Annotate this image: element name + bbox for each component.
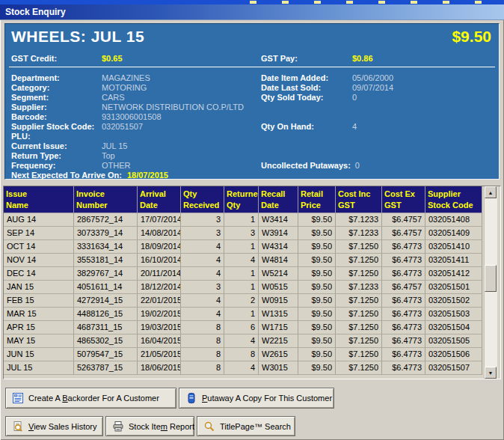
table-cell: 16/10/2014 xyxy=(138,254,181,267)
issues-grid-header: IssueNameInvoiceNumberArrivalDateQtyRece… xyxy=(4,186,482,213)
table-cell: NOV 14 xyxy=(4,254,74,267)
table-cell: $9.50 xyxy=(298,321,336,334)
table-cell: $6.4773 xyxy=(382,321,425,334)
info-value xyxy=(378,171,496,180)
table-row[interactable]: OCT 143331634_1418/09/201441W4314$9.50$7… xyxy=(4,240,482,254)
info-value: OTHER xyxy=(102,161,261,171)
putaway-copy-button[interactable]: Putaway A Copy For This Customer xyxy=(179,388,334,409)
info-label xyxy=(261,132,352,141)
info-label: Next Expected To Arrive On: xyxy=(11,171,127,180)
info-row: Segment:CARSQty Sold Today:0 xyxy=(11,93,496,103)
table-cell: 19/03/2015 xyxy=(138,321,181,334)
info-row: Return Type:Top xyxy=(11,151,496,161)
table-row[interactable]: DEC 143829767_1420/11/201441W5214$9.50$7… xyxy=(4,267,482,281)
vertical-scrollbar[interactable]: ▲ ▼ xyxy=(484,186,497,379)
table-row[interactable]: MAR 154488126_1519/02/201541W1315$9.50$7… xyxy=(4,308,482,321)
info-label: Category: xyxy=(11,83,102,93)
table-cell: 1 xyxy=(224,267,259,281)
info-value: CARS xyxy=(102,93,261,103)
table-row[interactable]: APR 154687311_1519/03/201586W1715$9.50$7… xyxy=(4,321,482,334)
info-value: JUL 15 xyxy=(102,141,261,151)
info-value: 9313006001508 xyxy=(102,112,261,122)
table-row[interactable]: MAY 154865302_1516/04/201584W2215$9.50$7… xyxy=(4,334,482,348)
info-label: Segment: xyxy=(11,93,102,103)
column-header: SupplierStock Code xyxy=(425,186,482,213)
table-cell: JUL 15 xyxy=(4,361,74,375)
table-cell: 1 xyxy=(224,213,259,227)
column-header-line2: Date xyxy=(140,200,178,211)
table-cell: $7.1250 xyxy=(336,240,382,254)
table-cell: W1715 xyxy=(259,321,298,334)
scroll-thumb[interactable] xyxy=(485,265,497,292)
table-cell: 5079547_15 xyxy=(74,348,138,361)
info-value: 032051507 xyxy=(102,122,261,132)
table-cell: W4314 xyxy=(259,240,298,254)
info-label xyxy=(261,112,352,122)
table-cell: 18/12/2014 xyxy=(138,281,181,294)
column-header-line1: Invoice xyxy=(76,189,135,200)
table-cell: W3414 xyxy=(259,213,298,227)
table-cell: $9.50 xyxy=(298,308,336,321)
table-cell: $6.4757 xyxy=(382,227,425,240)
info-label xyxy=(261,151,352,161)
column-header: RecallDate xyxy=(259,186,298,213)
titlepage-search-label: TitlePage™ Search xyxy=(220,422,291,431)
table-cell: 8 xyxy=(181,321,224,334)
table-cell: AUG 14 xyxy=(4,213,74,227)
table-cell: $9.50 xyxy=(298,240,336,254)
issues-grid-body: AUG 142867572_1417/07/201431W3414$9.50$7… xyxy=(4,213,482,375)
table-cell: 17/07/2014 xyxy=(138,213,181,227)
printer-icon xyxy=(112,421,124,433)
table-cell: 8 xyxy=(181,334,224,348)
table-row[interactable]: JUN 155079547_1521/05/201588W2615$9.50$7… xyxy=(4,348,482,361)
column-header-line1: Issue xyxy=(6,189,71,200)
table-cell: W3015 xyxy=(259,361,298,375)
info-value xyxy=(352,132,496,141)
table-cell: 032051501 xyxy=(425,281,482,294)
table-row[interactable]: JAN 154051611_1418/12/201431W0515$9.50$7… xyxy=(4,281,482,294)
column-header-line2: Number xyxy=(76,200,135,211)
table-cell: 1 xyxy=(224,308,259,321)
info-value: 09/07/2014 xyxy=(352,83,496,93)
column-header-line1: Qty xyxy=(183,189,221,200)
info-value: MAGAZINES xyxy=(102,73,261,83)
table-row[interactable]: AUG 142867572_1417/07/201431W3414$9.50$7… xyxy=(4,213,482,227)
issues-table: IssueNameInvoiceNumberArrivalDateQtyRece… xyxy=(3,186,501,379)
table-cell: 3 xyxy=(181,281,224,294)
stock-info-panel: WHEELS: JUL 15 $9.50 GST Credit: $0.65 G… xyxy=(4,23,500,180)
table-row[interactable]: JUL 155263787_1518/06/201584W3015$9.50$7… xyxy=(4,361,482,375)
table-cell: 4 xyxy=(224,334,259,348)
column-header: QtyReceived xyxy=(181,186,224,213)
table-cell: 14/08/2014 xyxy=(138,227,181,240)
info-row: Frequency:OTHERUncollected Putaways:0 xyxy=(11,161,496,171)
titlepage-search-button[interactable]: TitlePage™ Search xyxy=(197,416,295,436)
table-cell: W2215 xyxy=(259,334,298,348)
table-cell: 21/05/2015 xyxy=(138,348,181,361)
scroll-down-button[interactable]: ▼ xyxy=(485,367,497,379)
column-header-line1: Supplier xyxy=(428,189,479,200)
table-row[interactable]: SEP 143073379_1414/08/201433W3914$9.50$7… xyxy=(4,227,482,240)
info-label: Return Type: xyxy=(11,151,102,161)
scroll-up-button[interactable]: ▲ xyxy=(485,186,497,198)
table-cell: 4272914_15 xyxy=(74,294,138,308)
create-backorder-button[interactable]: Create A Backorder For A Customer xyxy=(5,388,176,409)
table-cell: W3914 xyxy=(259,227,298,240)
table-row[interactable]: NOV 143553181_1416/10/201444W4814$9.50$7… xyxy=(4,254,482,267)
table-cell: 032051411 xyxy=(425,254,482,267)
table-row[interactable]: FEB 154272914_1522/01/201542W0915$9.50$7… xyxy=(4,294,482,308)
column-header: RetailPrice xyxy=(298,186,336,213)
table-cell: $6.4773 xyxy=(382,240,425,254)
stock-item-report-button[interactable]: Stock Item Report xyxy=(105,416,194,436)
table-cell: $7.1250 xyxy=(336,348,382,361)
table-cell: JAN 15 xyxy=(4,281,74,294)
view-sales-history-button[interactable]: View Sales History xyxy=(5,416,103,436)
column-header-line2: Date xyxy=(261,200,295,211)
info-value: Top xyxy=(102,151,261,161)
info-label xyxy=(261,141,352,151)
info-value: 4 xyxy=(352,122,496,132)
column-header-line1: Recall xyxy=(261,189,295,200)
table-cell: SEP 14 xyxy=(4,227,74,240)
table-cell: 032051409 xyxy=(425,227,482,240)
column-header-line1: Returned xyxy=(227,189,256,200)
table-cell: $6.4757 xyxy=(382,281,425,294)
